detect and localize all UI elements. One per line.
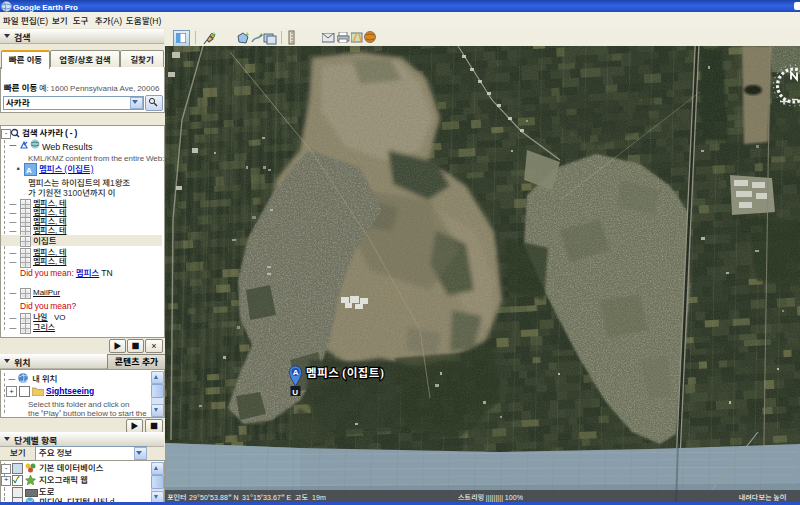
svg-text:31°15′33.67″ E: 31°15′33.67″ E: [242, 492, 291, 502]
svg-text:포인터: 포인터: [167, 492, 187, 502]
svg-text:29°50′53.88″ N: 29°50′53.88″ N: [189, 492, 239, 502]
svg-text:고도: 고도: [295, 492, 309, 502]
svg-text:멤피스 (이집트): 멤피스 (이집트): [306, 364, 384, 380]
svg-text:19m: 19m: [312, 492, 326, 502]
svg-text:스트리밍 ||||||||| 100%: 스트리밍 ||||||||| 100%: [458, 492, 523, 502]
svg-text:A: A: [293, 368, 299, 377]
svg-text:내려다보는 높이: 내려다보는 높이: [739, 492, 786, 502]
svg-text:+: +: [245, 31, 249, 39]
svg-text:U: U: [292, 388, 298, 397]
svg-text:+: +: [212, 31, 216, 39]
